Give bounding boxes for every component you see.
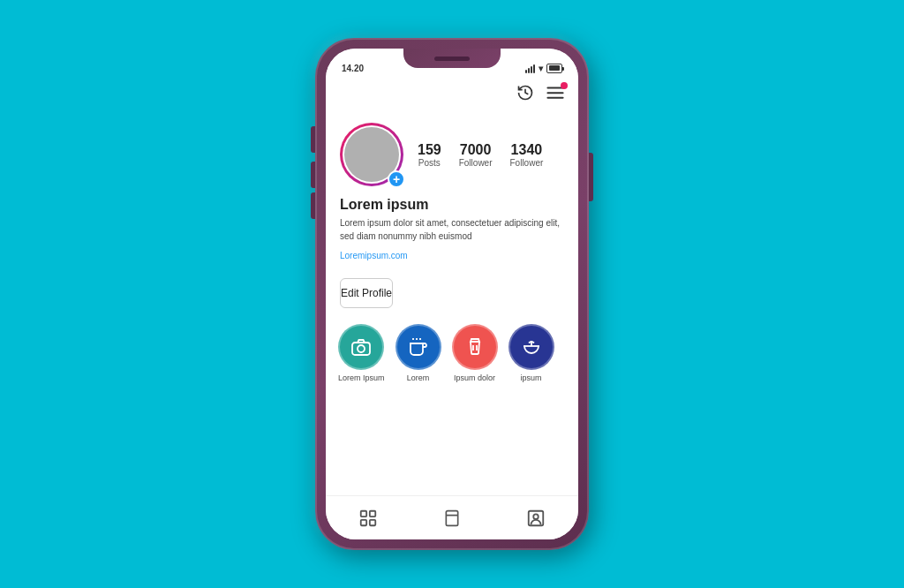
notification-badge [561, 82, 568, 89]
svg-rect-2 [546, 96, 563, 98]
profile-bio: Lorem ipsum dolor sit amet, consectetuer… [340, 216, 564, 243]
camera-icon [350, 336, 372, 358]
add-story-button[interactable]: + [388, 170, 405, 188]
story-circle-4[interactable] [508, 324, 554, 370]
app-header [326, 77, 578, 112]
status-icons: ▾ [525, 64, 562, 73]
history-button[interactable] [516, 84, 534, 106]
svg-rect-1 [546, 92, 563, 94]
story-item-2[interactable]: Lorem [396, 324, 441, 382]
nav-grid[interactable] [350, 501, 386, 536]
story-label-4: ipsum [521, 373, 542, 382]
followers2-count: 1340 [511, 142, 543, 158]
scroll-area[interactable]: + 159 Posts 7000 Follower [326, 112, 578, 495]
stories-section: Lorem Ipsum Lorem [326, 317, 578, 389]
bookmark-icon [443, 509, 461, 528]
phone-notch [403, 49, 501, 68]
posts-count: 159 [418, 142, 441, 158]
signal-icon [525, 64, 535, 73]
followers1-count: 7000 [460, 142, 492, 158]
story-label-1: Lorem Ipsum [338, 373, 385, 382]
profile-link[interactable]: Loremipsum.com [340, 251, 408, 260]
bowl-icon [521, 336, 542, 358]
stats-row: 159 Posts 7000 Follower 1340 Follower [418, 142, 564, 168]
phone-frame: 14.20 ▾ [315, 38, 589, 550]
story-item-1[interactable]: Lorem Ipsum [338, 324, 385, 382]
bio-line2: sed diam nonummy nibh euismod [340, 231, 472, 241]
profile-name: Lorem ipsum [340, 197, 564, 213]
svg-rect-14 [446, 510, 457, 525]
svg-rect-13 [369, 519, 374, 524]
wifi-icon: ▾ [539, 64, 543, 73]
status-time: 14.20 [342, 64, 364, 73]
svg-rect-11 [369, 510, 374, 516]
grid-icon [358, 509, 378, 528]
phone-screen: 14.20 ▾ [326, 49, 578, 539]
story-label-3: Ipsum dolor [454, 373, 495, 382]
stat-posts: 159 Posts [418, 142, 441, 168]
svg-point-17 [534, 514, 539, 519]
nav-profile[interactable] [518, 501, 554, 536]
profile-top: + 159 Posts 7000 Follower [340, 123, 564, 186]
edit-profile-button[interactable]: Edit Profile [340, 278, 393, 308]
bio-line1: Lorem ipsum dolor sit amet, consectetuer… [340, 218, 560, 228]
stat-followers1: 7000 Follower [459, 142, 493, 168]
menu-button[interactable] [546, 86, 564, 104]
story-item-4[interactable]: ipsum [508, 324, 554, 382]
followers2-label: Follower [510, 158, 544, 168]
nav-bookmark[interactable] [434, 501, 470, 536]
phone-mockup: 14.20 ▾ [315, 38, 589, 550]
svg-rect-10 [360, 510, 365, 516]
story-label-2: Lorem [407, 373, 430, 382]
posts-label: Posts [418, 158, 441, 168]
story-item-3[interactable]: Ipsum dolor [452, 324, 498, 382]
speaker [434, 57, 470, 61]
followers1-label: Follower [459, 158, 493, 168]
svg-rect-12 [360, 519, 365, 524]
svg-point-4 [358, 345, 365, 352]
coffee-icon [408, 336, 429, 358]
story-circle-3[interactable] [452, 324, 498, 370]
story-circle-2[interactable] [396, 324, 441, 370]
cup-icon [464, 336, 486, 358]
profile-section: + 159 Posts 7000 Follower [326, 112, 578, 269]
profile-icon [526, 509, 546, 528]
bottom-nav [326, 495, 578, 539]
history-icon [516, 84, 534, 102]
avatar-container: + [340, 123, 403, 186]
stat-followers2: 1340 Follower [510, 142, 544, 168]
battery-icon [546, 64, 562, 73]
story-circle-1[interactable] [338, 324, 384, 370]
